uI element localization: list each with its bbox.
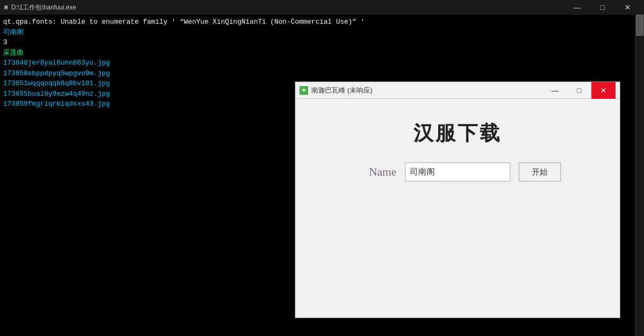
gui-app-icon: ■	[300, 86, 308, 95]
terminal-line-song: 采莲曲	[3, 48, 641, 58]
terminal-controls: — □ ✕	[565, 0, 640, 15]
terminal-line-number: 3	[3, 37, 641, 48]
gui-minimize-button[interactable]: —	[543, 82, 567, 99]
gui-window-controls: — □ ✕	[543, 82, 616, 99]
terminal-icon: ▣	[4, 3, 8, 12]
gui-window: ■ 南迦巴瓦峰 (未响应) — □ ✕ 汉服下载 Name 开始	[295, 82, 620, 318]
gui-start-button[interactable]: 开始	[519, 162, 561, 181]
scrollbar-thumb[interactable]	[636, 15, 643, 36]
gui-titlebar: ■ 南迦巴瓦峰 (未响应) — □ ✕	[295, 82, 620, 99]
terminal-line-name: 司南阁	[3, 27, 641, 38]
gui-body: 汉服下载 Name 开始	[295, 99, 620, 318]
gui-maximize-button[interactable]: □	[567, 82, 591, 99]
gui-heading: 汉服下载	[413, 120, 502, 147]
terminal-line-qt: qt.qpa.fonts: Unable to enumerate family…	[3, 17, 641, 27]
gui-name-input[interactable]	[405, 162, 510, 181]
terminal-maximize-button[interactable]: □	[590, 0, 615, 15]
terminal-line-file-1: 173848jer8yal6uhn663yu.jpg	[3, 58, 641, 68]
terminal-minimize-button[interactable]: —	[565, 0, 589, 15]
gui-close-button[interactable]: ✕	[591, 82, 616, 99]
terminal-title: D:\1工作包\hanfuui.exe	[11, 3, 76, 12]
terminal-scrollbar[interactable]	[635, 15, 644, 336]
gui-window-title: 南迦巴瓦峰 (未响应)	[311, 86, 372, 95]
terminal-close-button[interactable]: ✕	[616, 0, 640, 15]
gui-form-row: Name 开始	[354, 162, 561, 181]
gui-name-label: Name	[354, 165, 397, 179]
terminal-line-file-2: 173850sbppdpyq5wpgvo9m.jpg	[3, 68, 641, 79]
terminal-titlebar: ▣ D:\1工作包\hanfuui.exe — □ ✕	[0, 0, 644, 15]
